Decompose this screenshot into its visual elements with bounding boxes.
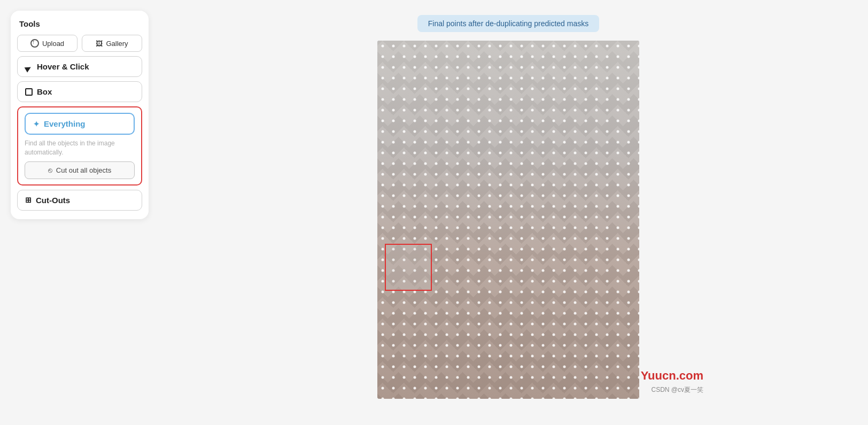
cutouts-icon: ⊞ — [25, 196, 32, 204]
selection-box — [385, 244, 432, 291]
everything-button[interactable]: ✦ Everything — [25, 113, 135, 135]
cutouts-button[interactable]: ⊞ Cut-Outs — [17, 190, 142, 211]
upload-gallery-row: Upload 🖼 Gallery — [17, 35, 142, 52]
sparkle-icon: ✦ — [33, 120, 40, 128]
info-badge: Final points after de-duplicating predic… — [417, 15, 599, 32]
cursor-icon — [25, 63, 33, 71]
everything-label: Everything — [44, 119, 86, 128]
image-canvas-wrapper: Yuucn.com CSDN @cv夏一笑 — [377, 41, 639, 399]
image-canvas[interactable] — [377, 41, 639, 399]
main-content: Final points after de-duplicating predic… — [159, 11, 857, 414]
box-button[interactable]: Box — [17, 81, 142, 102]
sidebar: Tools Upload 🖼 Gallery Hover & Click Box… — [11, 11, 149, 219]
watermark-csdn: CSDN @cv夏一笑 — [651, 385, 703, 395]
cut-out-all-label: Cut out all objects — [56, 166, 111, 174]
watermark-yuucn: Yuucn.com — [641, 369, 703, 383]
main-layout: Tools Upload 🖼 Gallery Hover & Click Box… — [0, 0, 868, 425]
box-icon — [25, 88, 33, 96]
everything-description: Find all the objects in the image automa… — [25, 139, 135, 157]
gallery-button[interactable]: 🖼 Gallery — [82, 35, 142, 52]
cut-icon: ⎋ — [48, 166, 52, 174]
upload-icon — [30, 39, 39, 48]
upload-button[interactable]: Upload — [17, 35, 78, 52]
image-overlay — [377, 41, 639, 399]
hover-click-button[interactable]: Hover & Click — [17, 56, 142, 77]
upload-label: Upload — [42, 40, 64, 48]
gallery-label: Gallery — [106, 40, 128, 48]
cut-out-all-button[interactable]: ⎋ Cut out all objects — [25, 161, 135, 179]
cutouts-label: Cut-Outs — [36, 196, 70, 205]
box-label: Box — [37, 87, 52, 96]
tools-title: Tools — [17, 19, 142, 28]
hover-click-label: Hover & Click — [37, 62, 89, 71]
everything-section: ✦ Everything Find all the objects in the… — [17, 106, 142, 186]
gallery-icon: 🖼 — [96, 40, 103, 48]
